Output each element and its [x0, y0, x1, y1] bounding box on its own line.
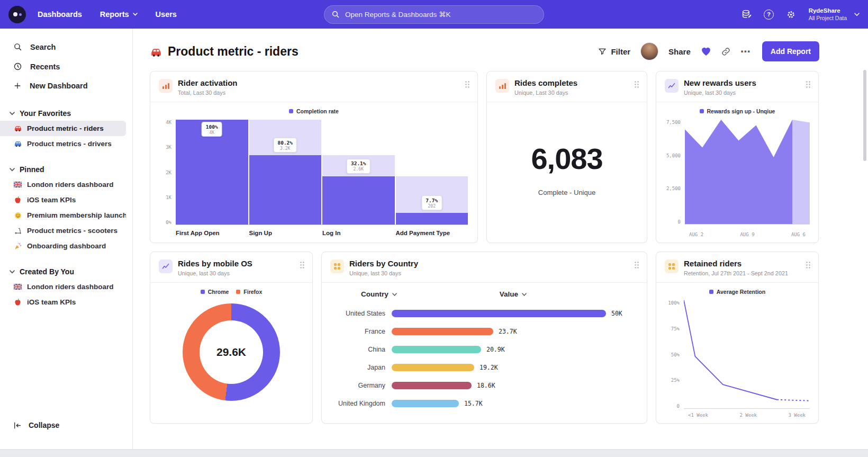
drag-handle-icon[interactable] [634, 261, 639, 268]
help-icon[interactable]: ? [762, 7, 776, 21]
sidebar-item[interactable]: iOS team KPIs [0, 294, 126, 310]
metric-body: 6,083 Complete - Unique [487, 102, 647, 243]
search-input[interactable] [345, 11, 537, 19]
metric-label: Complete - Unique [538, 189, 595, 196]
country-label: United Kingdom [329, 400, 392, 407]
sidebar-item[interactable]: Product metrics - scooters [0, 223, 126, 238]
app-logo[interactable] [8, 6, 26, 23]
avatar[interactable] [640, 42, 658, 60]
drag-handle-icon[interactable] [300, 261, 305, 268]
funnel-count: 4K [206, 130, 218, 135]
legend-swatch [236, 290, 240, 294]
project-subtitle: All Project Data [809, 15, 847, 21]
y-axis-tick: 4K [166, 120, 171, 125]
funnel-column: 100%4K [176, 120, 248, 225]
drag-handle-icon[interactable] [465, 80, 470, 88]
nav-users[interactable]: Users [156, 10, 177, 19]
funnel-bar[interactable] [396, 213, 468, 225]
header-actions: Filter Share ⋯ Add Report [598, 41, 819, 61]
card-rides-by-mobile-os: Rides by mobile OS Unique, last 30 days … [150, 252, 313, 424]
sidebar-item-label: Premium membership launch [27, 211, 126, 219]
donut-chart[interactable]: 29.6K [183, 303, 280, 401]
sidebar-section-header[interactable]: Created By You [0, 264, 132, 279]
project-switcher[interactable]: RydeShare All Project Data [809, 7, 860, 21]
sidebar-item[interactable]: Product metric - riders [0, 121, 126, 136]
drag-handle-icon[interactable] [806, 80, 811, 88]
country-bar[interactable] [392, 400, 459, 407]
sidebar-section-header[interactable]: Your Favorites [0, 106, 132, 121]
donut-hole: 29.6K [200, 320, 263, 384]
line-chart-icon [159, 259, 173, 273]
horizontal-scrollbar[interactable] [0, 449, 868, 457]
x-axis-tick: AUG 6 [791, 232, 806, 237]
favorite-heart-icon[interactable] [701, 47, 711, 56]
copy-link-icon[interactable] [721, 47, 730, 56]
legend-swatch [201, 290, 205, 294]
vertical-scrollbar[interactable] [863, 70, 866, 161]
sidebar-item[interactable]: Premium membership launch [0, 208, 126, 223]
global-search-bar[interactable] [324, 5, 544, 24]
area-chart-svg [685, 120, 810, 224]
card-title: Rides by mobile OS [178, 259, 252, 268]
funnel-percent: 7.7% [426, 198, 438, 203]
sidebar-new-dashboard-label: New Dashboard [30, 82, 88, 90]
legend-swatch [700, 109, 704, 113]
question-mark: ? [764, 10, 774, 20]
filter-funnel-icon [598, 47, 607, 56]
sidebar-item[interactable]: London riders dashboard [0, 177, 126, 192]
value-dropdown[interactable]: Value [500, 290, 527, 298]
sidebar-item[interactable]: Onboarding dashboard [0, 238, 126, 254]
funnel-step-label: Log In [322, 230, 395, 236]
chevron-down-icon [10, 168, 15, 172]
x-axis-tick: <1 Week [688, 413, 708, 418]
x-axis: <1 Week2 Week3 Week [684, 409, 810, 418]
funnel-bar[interactable] [322, 176, 395, 225]
bar-chart-icon [159, 79, 173, 93]
share-button[interactable]: Share [668, 47, 691, 56]
card-title: Rider activation [178, 78, 238, 87]
country-dropdown[interactable]: Country [361, 290, 397, 298]
country-dropdown-label: Country [361, 290, 388, 298]
sidebar-new-dashboard[interactable]: New Dashboard [0, 76, 132, 95]
sidebar-section-header[interactable]: Pinned [0, 162, 132, 177]
y-axis-tick: 25% [671, 378, 680, 383]
add-report-button[interactable]: Add Report [762, 41, 819, 61]
country-value: 18.6K [477, 382, 495, 389]
x-axis-tick: 2 Week [739, 413, 757, 418]
y-axis-tick: 1K [166, 195, 171, 200]
country-bar[interactable] [392, 364, 474, 371]
country-bar[interactable] [392, 310, 606, 317]
settings-gear-icon[interactable] [784, 7, 798, 21]
filter-label: Filter [611, 47, 630, 56]
dashboard-header: Product metric - riders Filter Share ⋯ A… [150, 41, 868, 61]
card-title: New rewards users [684, 78, 756, 87]
sidebar-item[interactable]: iOS team KPIs [0, 192, 126, 208]
drag-handle-icon[interactable] [634, 80, 639, 88]
funnel-bars: 100%4K80.2%3.2K32.1%2.6K7.7%202 [176, 120, 468, 225]
retention-line-svg [684, 300, 810, 408]
filter-button[interactable]: Filter [598, 47, 630, 56]
x-axis-tick: AUG 9 [740, 232, 754, 237]
drag-handle-icon[interactable] [806, 261, 811, 268]
sidebar-item-label: London riders dashboard [27, 283, 114, 291]
nav-dashboards[interactable]: Dashboards [38, 10, 82, 19]
sidebar-item[interactable]: London riders dashboard [0, 279, 126, 294]
funnel-percent: 32.1% [351, 160, 366, 166]
funnel-percent: 100% [206, 124, 218, 130]
chevron-down-icon [133, 13, 138, 16]
more-options-icon[interactable]: ⋯ [740, 47, 751, 57]
funnel-bar[interactable] [249, 155, 322, 225]
nav-reports[interactable]: Reports [100, 10, 138, 19]
country-bar[interactable] [392, 328, 493, 335]
country-bar[interactable] [392, 382, 472, 389]
data-management-icon[interactable] [740, 7, 754, 21]
y-axis-tick: 0 [677, 404, 680, 409]
sidebar-search[interactable]: Search [0, 37, 132, 57]
country-bar[interactable] [392, 346, 481, 353]
sidebar-item[interactable]: Product metrics - drivers [0, 136, 126, 151]
apple-icon [13, 298, 22, 306]
grid-chart-icon [330, 259, 344, 273]
sidebar-collapse-button[interactable]: Collapse [13, 421, 59, 429]
sidebar-recents[interactable]: Recents [0, 57, 132, 76]
sidebar-item-label: iOS team KPIs [27, 196, 76, 204]
